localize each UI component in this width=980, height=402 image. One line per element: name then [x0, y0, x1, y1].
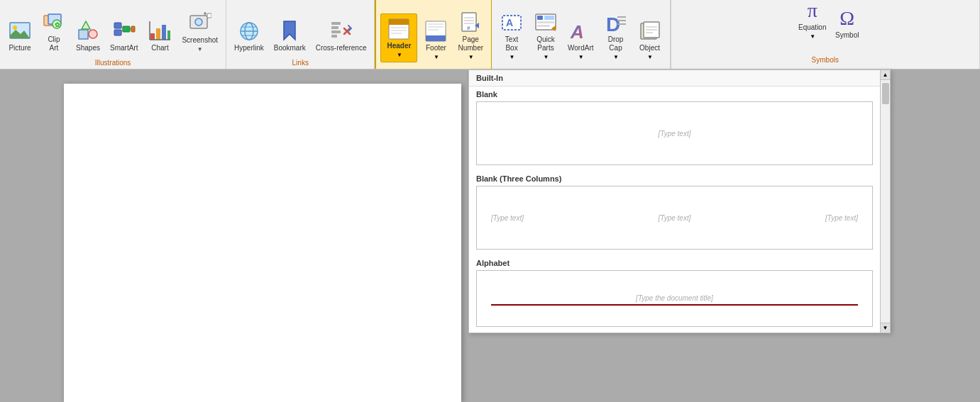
svg-marker-33	[284, 21, 295, 40]
hyperlink-label: Hyperlink	[234, 44, 264, 52]
svg-point-1	[13, 26, 17, 30]
cross-reference-button[interactable]: Cross-reference	[312, 18, 370, 55]
svg-rect-18	[156, 28, 160, 40]
alphabet-placeholder: [Type the document title]	[636, 294, 713, 302]
screenshot-dropdown-arrow: ▼	[197, 46, 203, 52]
drop-cap-button[interactable]: D Drop Cap ▼	[600, 9, 632, 62]
svg-rect-57	[537, 16, 543, 20]
alphabet-template-preview[interactable]: [Type the document title]	[476, 270, 873, 327]
svg-rect-36	[331, 30, 341, 33]
header-icon	[387, 18, 410, 40]
symbol-button[interactable]: Ω Symbol	[832, 5, 863, 42]
clip-art-label: Clip Art	[48, 35, 60, 52]
text-box-label: Text Box	[505, 35, 518, 52]
scrollbar-down-button[interactable]: ▼	[881, 323, 891, 333]
chart-button[interactable]: Chart	[144, 18, 175, 55]
scrollbar-thumb[interactable]	[882, 83, 889, 104]
object-button[interactable]: Object ▼	[634, 18, 666, 62]
svg-rect-10	[114, 23, 121, 28]
svg-text:A: A	[570, 21, 584, 43]
three-col-placeholder-3: [Type text]	[825, 214, 858, 222]
illustrations-section: Picture ✿ Clip Art	[0, 0, 226, 69]
shapes-button[interactable]: Shapes	[72, 18, 104, 55]
header-footer-buttons: Header ▼ Footer ▼	[380, 3, 487, 65]
svg-rect-16	[131, 26, 135, 32]
svg-rect-59	[537, 21, 554, 23]
chart-icon	[148, 20, 171, 43]
symbols-section: ✍ Signature Line ▼ 📅 Date & Time ⬜ Objec…	[671, 0, 980, 69]
blank-section-title: Blank	[469, 86, 880, 101]
clip-art-button[interactable]: ✿ Clip Art	[38, 9, 70, 55]
equation-label: Equation	[798, 23, 826, 32]
page-number-button[interactable]: # Page Number ▼	[454, 9, 487, 62]
svg-rect-25	[207, 13, 211, 18]
scrollbar-up-button[interactable]: ▲	[881, 70, 891, 80]
svg-rect-7	[79, 30, 88, 39]
header-footer-section: Header ▼ Footer ▼	[375, 0, 492, 69]
hyperlink-button[interactable]: Hyperlink	[231, 18, 268, 55]
symbol-label: Symbol	[835, 31, 859, 40]
header-button[interactable]: Header ▼	[380, 13, 417, 62]
svg-rect-11	[114, 30, 121, 35]
clip-art-icon: ✿	[43, 11, 65, 34]
footer-button[interactable]: Footer ▼	[420, 18, 451, 62]
blank-template-preview[interactable]: [Type text]	[476, 101, 873, 165]
svg-rect-39	[389, 19, 409, 25]
svg-marker-9	[82, 21, 90, 29]
smartart-icon	[113, 20, 136, 43]
quick-parts-label: Quick Parts	[536, 35, 555, 52]
drop-cap-icon: D	[605, 11, 627, 34]
svg-rect-34	[331, 22, 341, 25]
three-col-placeholder-2: [Type text]	[659, 214, 691, 222]
object-dropdown-arrow: ▼	[647, 54, 653, 60]
links-section-label: Links	[231, 57, 370, 69]
quick-parts-button[interactable]: Quick Parts ▼	[530, 9, 561, 62]
svg-rect-58	[544, 16, 554, 20]
ribbon: Picture ✿ Clip Art	[0, 0, 980, 69]
svg-text:A: A	[506, 17, 513, 28]
bookmark-label: Bookmark	[274, 44, 306, 52]
illustrations-buttons: Picture ✿ Clip Art	[4, 3, 221, 57]
text-box-button[interactable]: A Text Box ▼	[496, 9, 527, 62]
page-number-icon: #	[459, 11, 482, 34]
drop-cap-label: Drop Cap	[608, 35, 624, 52]
panel-scrollbar: ▲ ▼	[880, 70, 890, 333]
dropdown-panel-header: Built-In	[469, 70, 890, 86]
bookmark-button[interactable]: Bookmark	[270, 18, 309, 55]
blank-three-col-preview[interactable]: [Type text] [Type text] [Type text]	[476, 186, 873, 250]
header-footer-section-label	[380, 65, 487, 69]
equation-button[interactable]: π Equation ▼	[795, 0, 830, 42]
cross-reference-label: Cross-reference	[316, 44, 367, 52]
svg-rect-35	[331, 26, 338, 29]
three-col-placeholder-1: [Type text]	[491, 214, 524, 222]
wordart-label: WordArt	[568, 44, 594, 52]
smartart-label: SmartArt	[110, 44, 138, 52]
wordart-button[interactable]: A WordArt ▼	[564, 18, 598, 62]
svg-rect-20	[167, 30, 170, 40]
alphabet-section-title: Alphabet	[469, 255, 880, 270]
svg-rect-60	[537, 25, 550, 27]
illustrations-section-label: Illustrations	[4, 57, 221, 69]
bookmark-icon	[278, 20, 301, 43]
smartart-button[interactable]: SmartArt	[106, 18, 141, 55]
wordart-dropdown-arrow: ▼	[578, 54, 584, 60]
screenshot-label: Screenshot	[182, 36, 218, 45]
blank-three-columns-title: Blank (Three Columns)	[469, 171, 880, 186]
blank-placeholder: [Type text]	[659, 130, 691, 138]
svg-rect-12	[123, 26, 130, 32]
svg-line-13	[121, 26, 123, 29]
hyperlink-icon	[238, 20, 260, 43]
svg-rect-19	[162, 25, 166, 40]
chart-label: Chart	[151, 44, 168, 52]
svg-point-8	[89, 30, 97, 38]
screenshot-button[interactable]: Screenshot ▼	[178, 10, 221, 55]
footer-dropdown-arrow: ▼	[434, 54, 439, 60]
page-number-label: Page Number	[458, 35, 483, 52]
shapes-label: Shapes	[76, 44, 100, 52]
header-dropdown-panel: Built-In Blank [Type text] Blank (Three …	[468, 69, 891, 333]
quick-parts-dropdown-arrow: ▼	[544, 54, 549, 60]
text-box-icon: A	[500, 11, 523, 34]
equation-icon: π	[801, 0, 824, 22]
quick-parts-icon	[534, 11, 557, 34]
picture-button[interactable]: Picture	[4, 18, 35, 55]
